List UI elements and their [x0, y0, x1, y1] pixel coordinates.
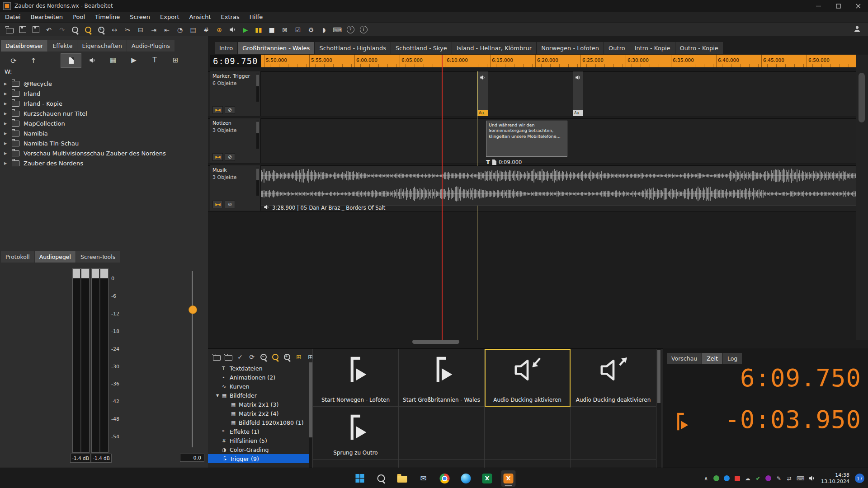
note-clip[interactable]: Und während wir den Sonnenuntergang betr… [486, 121, 567, 157]
pool-tree-item-matrix-2x1-3[interactable]: ▦Matrix 2x1 (3) [208, 400, 309, 409]
folder-item-kurzschauen-nur-titel[interactable]: ▶Kurzschauen nur Titel [0, 108, 207, 118]
filter-video-icon[interactable]: ▶ [124, 53, 144, 67]
pool-tile-start-gro-britannien-wales[interactable]: Start Großbritannien - Wales [399, 349, 485, 407]
edge-app[interactable] [459, 470, 473, 487]
filter-text-icon[interactable]: T [145, 53, 165, 67]
tab-vorschau[interactable]: Vorschau [667, 353, 702, 364]
zoom-out-icon[interactable]: − [69, 24, 81, 35]
audio-ducking-icon[interactable] [226, 24, 238, 35]
pool-tree-item-textdateien[interactable]: TTextdateien [208, 364, 309, 373]
touch-keyboard-icon[interactable]: ⌨ [797, 475, 804, 482]
start-button[interactable] [353, 470, 367, 487]
save-icon[interactable] [17, 24, 28, 35]
pool-tree-scrollbar[interactable] [309, 362, 312, 468]
folder-item-zauber-des-nordens[interactable]: ▶Zauber des Nordens [0, 158, 207, 168]
pool-tree-item-trigger-9[interactable]: Trigger (9) [208, 454, 309, 463]
undo-icon[interactable]: ↶ [43, 24, 55, 35]
wings-app[interactable]: X [501, 470, 516, 487]
tab-screen-tools[interactable]: Screen-Tools [76, 251, 120, 263]
menu-hilfe[interactable]: Hilfe [245, 12, 268, 23]
volume-icon[interactable] [808, 475, 815, 482]
tray-app-3[interactable] [734, 475, 741, 482]
excel-app[interactable]: X [480, 470, 495, 487]
folder-item-namibia[interactable]: ▶Namibia [0, 128, 207, 138]
filter-audio-icon[interactable] [82, 53, 102, 67]
menu-timeline[interactable]: Timeline [90, 12, 125, 23]
media-list-icon[interactable]: ▤ [187, 24, 199, 35]
razor-icon[interactable]: ⊟ [135, 24, 146, 35]
track-mini-scrollbar[interactable] [256, 74, 259, 102]
pool-tree-item-bildfeld-868x488-1[interactable]: ▦Bildfeld 868x488 (1) [208, 418, 309, 427]
info-icon[interactable]: i [358, 24, 369, 35]
sync-icon[interactable]: ⟳ [247, 352, 257, 362]
timeline-tab-intro[interactable]: Intro [215, 42, 237, 54]
file-explorer-app[interactable] [395, 470, 410, 487]
marker-icon[interactable]: ⊕ [213, 24, 225, 35]
zoom-in-icon[interactable]: + [95, 24, 107, 35]
tray-app-5[interactable]: ✔ [755, 475, 761, 482]
grid-icon[interactable]: # [200, 24, 212, 35]
volume-fader-knob[interactable] [189, 305, 197, 314]
timeline-tab-island-hellnar-kl-mbrur[interactable]: Island - Hellnar, Klömbrur [452, 42, 536, 54]
tray-app-2[interactable] [724, 475, 730, 482]
play-icon[interactable]: ▶ [240, 24, 251, 35]
timeline-horizontal-scrollbar[interactable] [208, 339, 856, 345]
menu-extras[interactable]: Extras [216, 12, 245, 23]
up-icon[interactable]: ↑ [24, 54, 43, 67]
pen-icon[interactable]: ✎ [776, 475, 782, 482]
tray-app-6[interactable] [765, 475, 772, 482]
folder-item-irland-kopie[interactable]: ▶Irland - Kopie [0, 99, 207, 108]
filter-images-icon[interactable]: ▦ [103, 53, 123, 67]
taskbar-clock[interactable]: 14:38 13.10.2024 [821, 472, 849, 484]
tray-app-1[interactable] [713, 475, 720, 482]
scrollbar-handle[interactable] [859, 73, 865, 122]
view-tiles-icon[interactable]: ⊞ [294, 352, 304, 362]
minimize-button[interactable] [808, 0, 828, 12]
usb-icon[interactable]: ⇄ [786, 475, 793, 482]
new-folder-icon[interactable] [212, 352, 222, 362]
tab-protokoll[interactable]: Protokoll [1, 251, 34, 263]
menu-bearbeiten[interactable]: Bearbeiten [26, 12, 68, 23]
zoom-in-icon[interactable]: + [282, 352, 292, 362]
pause-icon[interactable]: ▮▮ [253, 24, 264, 35]
close-screen-icon[interactable]: ⊠ [279, 24, 291, 35]
keyboard-icon[interactable]: ⌨ [331, 24, 343, 35]
tab-audio-plugins[interactable]: Audio-Plugins [127, 40, 175, 52]
folder-item-irland[interactable]: ▶Irland [0, 89, 207, 99]
menu-datei[interactable]: Datei [0, 12, 26, 23]
remove-gap-icon[interactable]: ⇤ [161, 24, 173, 35]
mail-app[interactable]: ✉ [416, 470, 431, 487]
menu-ansicht[interactable]: Ansicht [184, 12, 216, 23]
close-button[interactable] [848, 0, 868, 12]
stop-icon[interactable]: ■ [266, 24, 278, 35]
scrollbar-handle[interactable] [309, 362, 312, 437]
track-lane-marker-trigger[interactable] [208, 71, 856, 117]
timeline-ruler[interactable]: 5:50.0005:55.0006:00.0006:05.0006:10.000… [261, 55, 856, 67]
maximize-button[interactable] [828, 0, 848, 12]
track-mini-scrollbar[interactable] [256, 121, 259, 149]
zoom-fit-icon[interactable]: ↔ [108, 24, 120, 35]
trigger-clip-1[interactable]: Au... [477, 71, 488, 116]
search-app[interactable] [374, 470, 388, 487]
zoom-out-icon[interactable]: − [259, 352, 269, 362]
zoom-mode-icon[interactable] [82, 24, 94, 35]
pool-tree-item-color-grading[interactable]: ◑Color-Grading [208, 445, 309, 454]
timeline-tab-outro[interactable]: Outro [604, 42, 630, 54]
chrome-app[interactable] [438, 470, 452, 487]
filter-documents-icon[interactable] [61, 53, 81, 68]
tab-audiopegel[interactable]: Audiopegel [35, 251, 75, 263]
menu-pool[interactable]: Pool [68, 12, 90, 23]
toolbar-overflow-button[interactable]: --- [838, 26, 845, 33]
refresh-icon[interactable]: ⟳ [4, 54, 24, 67]
pool-tile-start-norwegen-lofoten[interactable]: Start Norwegen - Lofoten [313, 349, 399, 407]
track-mute-button[interactable]: ⊘ [225, 106, 235, 114]
comment-icon[interactable]: ◗ [318, 24, 330, 35]
pool-tree-item-bildfelder[interactable]: ▼▦Bildfelder [208, 391, 309, 400]
playhead[interactable] [442, 55, 443, 340]
track-header-marker-trigger[interactable]: Marker, Trigger6 Objekte▶◀⊘ [210, 71, 261, 116]
folder-item-mapcollection[interactable]: ▶MapCollection [0, 118, 207, 128]
track-mute-button[interactable]: ⊘ [225, 153, 235, 161]
audio-waveform[interactable] [261, 167, 856, 203]
folder-item-recycle[interactable]: ▶@Recycle [0, 79, 207, 89]
tray-app-4[interactable]: ☁ [745, 475, 751, 482]
